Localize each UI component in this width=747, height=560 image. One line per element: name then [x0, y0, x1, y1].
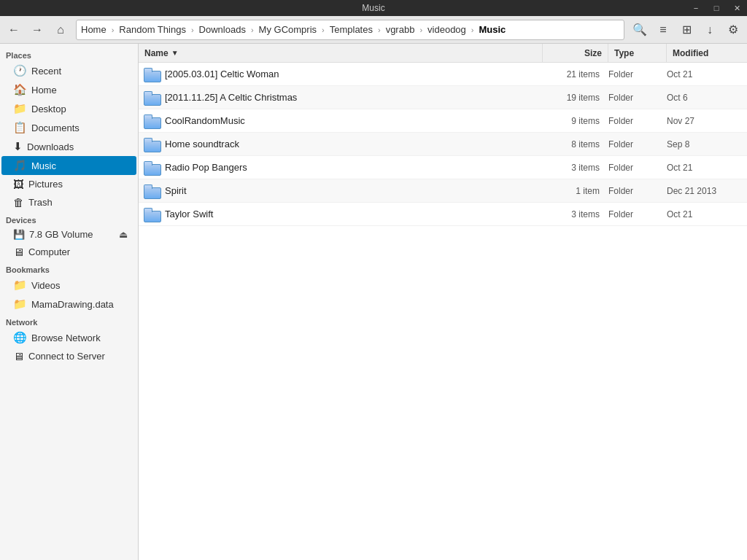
- minimize-button[interactable]: −: [686, 0, 706, 16]
- folder-icon-cell: [139, 91, 165, 104]
- breadcrumb-my-gcompris[interactable]: My GCompris: [255, 20, 321, 39]
- sidebar-item-mamadrawing[interactable]: 📁 MamaDrawing.data: [1, 295, 136, 314]
- file-type: Folder: [608, 93, 667, 103]
- file-type: Folder: [608, 186, 667, 196]
- file-name: [2011.11.25] A Celtic Christmas: [165, 92, 543, 103]
- folder-icon: [144, 91, 160, 104]
- sidebar-item-videos[interactable]: 📁 Videos: [1, 276, 136, 295]
- download-button[interactable]: ↓: [699, 19, 721, 41]
- back-button[interactable]: ←: [3, 19, 25, 41]
- sidebar-item-downloads-label: Downloads: [27, 141, 74, 152]
- places-header: Places: [0, 47, 138, 61]
- table-row[interactable]: Spirit 1 item Folder Dec 21 2013: [139, 179, 747, 203]
- music-icon: 🎵: [13, 159, 27, 172]
- file-type: Folder: [608, 209, 667, 219]
- file-modified: Oct 21: [667, 69, 747, 79]
- sidebar-item-recent[interactable]: 🕐 Recent: [1, 61, 136, 80]
- breadcrumb-music[interactable]: Music: [475, 20, 511, 39]
- view-toggle-button[interactable]: ⊞: [676, 19, 697, 41]
- sidebar-item-pictures-label: Pictures: [28, 179, 63, 190]
- file-type: Folder: [608, 116, 667, 126]
- folder-icon-cell: [139, 184, 165, 198]
- folder-icon: [144, 68, 160, 81]
- sidebar-item-desktop-label: Desktop: [31, 104, 66, 114]
- folder-icon-cell: [139, 68, 165, 81]
- documents-icon: 📋: [13, 121, 27, 134]
- file-modified: Sep 8: [667, 139, 747, 149]
- volume-icon: 💾: [13, 229, 25, 240]
- breadcrumb-random-things[interactable]: Random Things: [115, 20, 190, 39]
- file-size: 19 items: [543, 93, 608, 103]
- window-controls: − □ ✕: [686, 0, 747, 16]
- file-list-header: Name ▼ Size Type Modified: [139, 44, 747, 63]
- breadcrumb-templates[interactable]: Templates: [325, 20, 377, 39]
- home-icon: 🏠: [13, 83, 27, 96]
- table-row[interactable]: [2005.03.01] Celtic Woman 21 items Folde…: [139, 63, 747, 86]
- file-type: Folder: [608, 139, 667, 149]
- menu-button[interactable]: ≡: [652, 19, 674, 41]
- sidebar-item-documents-label: Documents: [31, 122, 80, 133]
- sidebar-item-trash-label: Trash: [28, 197, 53, 208]
- folder-icon: [144, 184, 160, 198]
- sidebar-item-home-label: Home: [31, 85, 57, 96]
- table-row[interactable]: Radio Pop Bangers 3 items Folder Oct 21: [139, 156, 747, 179]
- table-row[interactable]: [2011.11.25] A Celtic Christmas 19 items…: [139, 86, 747, 109]
- forward-button[interactable]: →: [26, 19, 48, 41]
- column-header-modified[interactable]: Modified: [667, 44, 747, 62]
- file-name: Home soundtrack: [165, 139, 543, 149]
- eject-button[interactable]: ⏏: [116, 229, 131, 240]
- folder-icon-cell: [139, 208, 165, 221]
- window-title: Music: [362, 3, 384, 13]
- close-button[interactable]: ✕: [727, 0, 747, 16]
- sidebar-item-volume[interactable]: 💾 7.8 GB Volume ⏏: [1, 226, 136, 243]
- sidebar-item-computer[interactable]: 🖥 Computer: [1, 243, 136, 261]
- column-header-type[interactable]: Type: [608, 44, 667, 62]
- folder-icon: [144, 138, 160, 151]
- breadcrumb-downloads[interactable]: Downloads: [195, 20, 250, 39]
- file-list-body: [2005.03.01] Celtic Woman 21 items Folde…: [139, 63, 747, 560]
- file-type: Folder: [608, 163, 667, 173]
- sidebar-item-home[interactable]: 🏠 Home: [1, 80, 136, 99]
- settings-button[interactable]: ⚙: [722, 19, 744, 41]
- network-header: Network: [0, 314, 138, 328]
- sidebar-item-computer-label: Computer: [28, 246, 70, 257]
- file-pane: Name ▼ Size Type Modified [2005.03.01] C…: [139, 44, 747, 560]
- sidebar-item-trash[interactable]: 🗑 Trash: [1, 193, 136, 211]
- mamadrawing-icon: 📁: [13, 298, 27, 311]
- table-row[interactable]: CoolRandomMusic 9 items Folder Nov 27: [139, 109, 747, 133]
- folder-icon-cell: [139, 161, 165, 174]
- file-name: CoolRandomMusic: [165, 115, 543, 126]
- sidebar-item-music[interactable]: 🎵 Music: [1, 156, 136, 175]
- folder-icon: [144, 114, 160, 128]
- sidebar-item-pictures[interactable]: 🖼 Pictures: [1, 175, 136, 193]
- sidebar-item-connect-server[interactable]: 🖥 Connect to Server: [1, 347, 136, 365]
- breadcrumb-videodog[interactable]: videodog: [423, 20, 471, 39]
- search-button[interactable]: 🔍: [629, 19, 651, 41]
- file-size: 9 items: [543, 116, 608, 126]
- maximize-button[interactable]: □: [706, 0, 727, 16]
- file-size: 3 items: [543, 163, 608, 173]
- file-size: 8 items: [543, 139, 608, 149]
- column-header-size[interactable]: Size: [543, 44, 608, 62]
- sidebar-item-desktop[interactable]: 📁 Desktop: [1, 99, 136, 118]
- desktop-icon: 📁: [13, 102, 27, 115]
- table-row[interactable]: Taylor Swift 3 items Folder Oct 21: [139, 203, 747, 226]
- sidebar: Places 🕐 Recent 🏠 Home 📁 Desktop 📋 Docum…: [0, 44, 139, 560]
- browse-network-icon: 🌐: [13, 331, 27, 344]
- breadcrumb-home[interactable]: Home: [77, 20, 111, 39]
- file-size: 21 items: [543, 69, 608, 79]
- sort-indicator: ▼: [171, 49, 179, 57]
- sidebar-item-music-label: Music: [31, 160, 56, 171]
- sidebar-item-documents[interactable]: 📋 Documents: [1, 118, 136, 137]
- folder-icon-cell: [139, 138, 165, 151]
- table-row[interactable]: Home soundtrack 8 items Folder Sep 8: [139, 133, 747, 156]
- titlebar: Music − □ ✕: [0, 0, 747, 16]
- sidebar-item-browse-network[interactable]: 🌐 Browse Network: [1, 328, 136, 347]
- home-button[interactable]: ⌂: [50, 19, 71, 41]
- recent-icon: 🕐: [13, 64, 27, 77]
- videos-icon: 📁: [13, 279, 27, 292]
- breadcrumb-vgrabb[interactable]: vgrabb: [382, 20, 419, 39]
- column-header-name[interactable]: Name ▼: [139, 44, 543, 62]
- trash-icon: 🗑: [13, 196, 24, 209]
- sidebar-item-downloads[interactable]: ⬇ Downloads: [1, 137, 136, 156]
